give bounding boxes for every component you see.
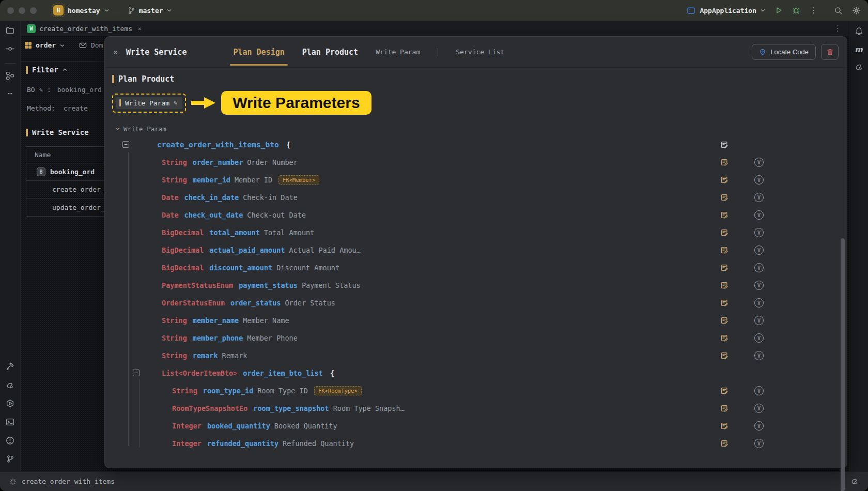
param-row[interactable]: Stringmember_idMember IDFK<Member>V xyxy=(112,171,847,189)
structure-tool-icon[interactable] xyxy=(6,71,14,82)
write-param-tree-header[interactable]: Write Param xyxy=(115,125,847,133)
verify-icon[interactable]: V xyxy=(754,298,764,308)
search-everywhere-button[interactable] xyxy=(834,6,843,15)
verify-icon[interactable]: V xyxy=(754,439,764,448)
bo-value[interactable]: booking_ord xyxy=(57,86,102,94)
locate-code-button[interactable]: Locate Code xyxy=(752,44,816,60)
git-branch-selector[interactable]: master xyxy=(128,7,172,14)
run-button[interactable] xyxy=(774,6,783,14)
delete-button[interactable] xyxy=(821,44,839,60)
verify-icon[interactable]: V xyxy=(754,404,764,413)
git-tool-icon[interactable] xyxy=(6,455,14,465)
verify-icon[interactable]: V xyxy=(754,351,764,360)
module-name: order xyxy=(36,41,56,49)
param-row[interactable]: BigDecimaldiscount_amountDiscount Amount… xyxy=(112,259,847,277)
domain-selector[interactable]: Dom xyxy=(79,41,103,49)
edit-note-icon[interactable] xyxy=(720,351,729,361)
param-row[interactable]: BigDecimalactual_paid_amountActual Paid … xyxy=(112,241,847,259)
param-row[interactable]: Stringmember_phoneMember PhoneV xyxy=(112,329,847,347)
services-tool-icon[interactable] xyxy=(6,399,14,410)
commit-tool-icon[interactable] xyxy=(6,44,14,55)
edit-pencil-icon[interactable]: ✎ xyxy=(39,86,43,94)
module-selector[interactable]: order xyxy=(25,41,65,49)
edit-note-icon[interactable] xyxy=(720,246,729,256)
edit-note-icon[interactable] xyxy=(720,228,729,238)
edit-note-icon[interactable] xyxy=(720,387,729,396)
project-selector[interactable]: H homestay xyxy=(53,5,109,16)
ai-assistant-icon[interactable] xyxy=(6,380,14,391)
verify-icon[interactable]: V xyxy=(754,386,764,395)
param-row[interactable]: RoomTypeSnapshotEoroom_type_snapshotRoom… xyxy=(112,400,847,417)
debug-button[interactable] xyxy=(792,6,800,14)
edit-note-icon[interactable] xyxy=(720,141,729,150)
param-row[interactable]: −create_order_with_items_bto{ xyxy=(112,136,847,154)
edit-note-icon[interactable] xyxy=(720,422,729,432)
param-row[interactable]: OrderStatusEnumorder_statusOrder StatusV xyxy=(112,294,847,312)
param-row[interactable]: Datecheck_in_dateCheck-in DateV xyxy=(112,189,847,206)
business-object-icon: B xyxy=(37,167,45,176)
param-row[interactable]: PaymentStatusEnumpayment_statusPayment S… xyxy=(112,277,847,294)
verify-icon[interactable]: V xyxy=(754,175,764,185)
verify-icon[interactable]: V xyxy=(754,333,764,343)
more-actions-button[interactable]: ⋮ xyxy=(810,7,817,14)
close-dialog-icon[interactable]: ✕ xyxy=(113,48,118,57)
problems-tool-icon[interactable] xyxy=(6,436,14,447)
verify-icon[interactable]: V xyxy=(754,281,764,290)
edit-note-icon[interactable] xyxy=(720,316,729,326)
dialog-tab-write-param[interactable]: Write Param xyxy=(376,48,420,56)
verify-icon[interactable]: V xyxy=(754,210,764,220)
collapse-toggle-icon[interactable]: − xyxy=(133,370,140,376)
param-row[interactable]: −List<OrderItemBto>order_item_bto_list{ xyxy=(112,364,847,382)
verify-icon[interactable]: V xyxy=(754,228,764,237)
zoom-window-button[interactable] xyxy=(30,7,37,14)
notifications-bell-icon[interactable] xyxy=(855,27,863,38)
close-tab-icon[interactable]: ✕ xyxy=(138,25,142,32)
method-value[interactable]: create xyxy=(64,104,88,112)
verify-icon[interactable]: V xyxy=(754,263,764,272)
dialog-tab-plan-design[interactable]: Plan Design xyxy=(233,48,284,57)
editor-tab[interactable]: W create_order_with_items ✕ xyxy=(22,21,147,36)
edit-note-icon[interactable] xyxy=(720,158,729,168)
run-configuration-selector[interactable]: AppApplication xyxy=(687,6,765,15)
project-tool-icon[interactable] xyxy=(6,26,14,37)
more-tools-icon[interactable]: ⋯ xyxy=(8,90,12,98)
edit-note-icon[interactable] xyxy=(720,264,729,273)
verify-icon[interactable]: V xyxy=(754,316,764,325)
build-hammer-icon[interactable] xyxy=(6,362,14,373)
verify-icon[interactable]: V xyxy=(754,246,764,255)
param-row[interactable]: Datecheck_out_dateCheck-out DateV xyxy=(112,206,847,224)
dialog-tab-service-list[interactable]: Service List xyxy=(456,48,504,56)
edit-note-icon[interactable] xyxy=(720,299,729,309)
maven-tool-icon[interactable]: m xyxy=(855,46,863,54)
param-row[interactable]: Stringroom_type_idRoom Type IDFK<RoomTyp… xyxy=(112,382,847,400)
param-row[interactable]: Integerrefunded_quantityRefunded Quantit… xyxy=(112,435,847,452)
tab-options-button[interactable]: ⋮ xyxy=(834,25,842,33)
param-row[interactable]: Stringorder_numberOrder NumberV xyxy=(112,154,847,171)
edit-note-icon[interactable] xyxy=(720,281,729,291)
edit-note-icon[interactable] xyxy=(720,211,729,221)
dialog-tab-plan-product[interactable]: Plan Product xyxy=(302,48,358,57)
verify-icon[interactable]: V xyxy=(754,421,764,431)
param-row[interactable]: Stringmember_nameMember NameV xyxy=(112,312,847,329)
edit-note-icon[interactable] xyxy=(720,404,729,414)
verify-icon[interactable]: V xyxy=(754,193,764,202)
param-row[interactable]: BigDecimaltotal_amountTotal AmountV xyxy=(112,224,847,241)
ai-assistant-icon[interactable] xyxy=(850,477,859,487)
terminal-tool-icon[interactable] xyxy=(6,418,14,428)
close-window-button[interactable] xyxy=(7,7,14,14)
write-param-button[interactable]: Write Param ✎ xyxy=(116,97,182,109)
param-row[interactable]: StringremarkRemarkV xyxy=(112,347,847,364)
edit-note-icon[interactable] xyxy=(720,176,729,186)
ai-assistant-icon[interactable] xyxy=(855,62,863,73)
filter-section-header[interactable]: Filter xyxy=(26,66,67,74)
minimize-window-button[interactable] xyxy=(19,7,25,14)
vertical-scrollbar[interactable] xyxy=(841,238,845,491)
edit-pencil-icon[interactable]: ✎ xyxy=(174,99,177,106)
edit-note-icon[interactable] xyxy=(720,334,729,344)
edit-note-icon[interactable] xyxy=(720,439,729,449)
param-row[interactable]: Integerbooked_quantityBooked QuantityV xyxy=(112,417,847,435)
collapse-toggle-icon[interactable]: − xyxy=(122,141,129,148)
edit-note-icon[interactable] xyxy=(720,193,729,203)
settings-gear-icon[interactable] xyxy=(852,6,861,15)
verify-icon[interactable]: V xyxy=(754,158,764,167)
